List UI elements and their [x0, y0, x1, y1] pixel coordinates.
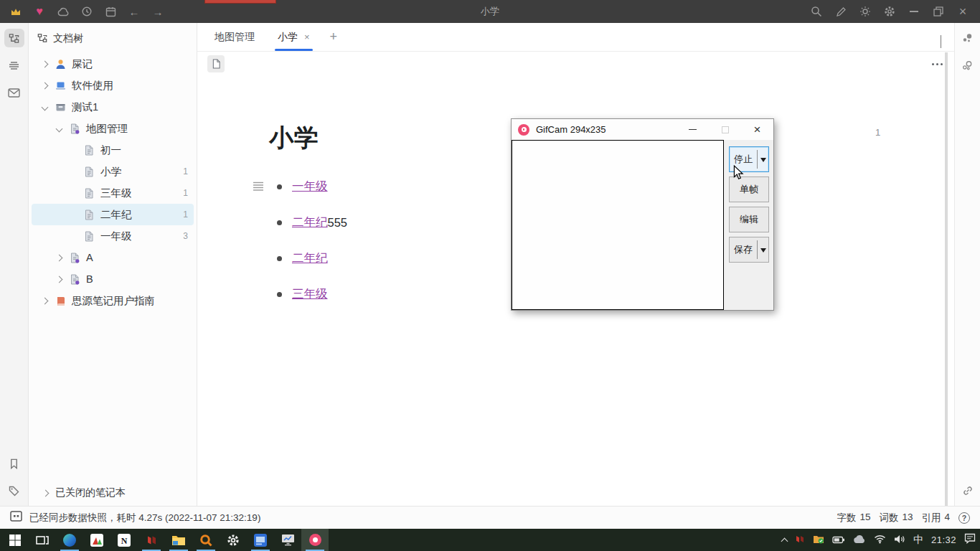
- back-icon[interactable]: ←: [127, 4, 141, 19]
- outline-icon[interactable]: [4, 56, 24, 75]
- tray-battery-icon[interactable]: [832, 534, 845, 547]
- tray-sync-folder-icon[interactable]: [813, 534, 824, 547]
- gifcam-button-panel: 停止 单帧 编辑 保存: [724, 140, 773, 310]
- taskbar-edge-icon[interactable]: [56, 529, 83, 551]
- tree-item-document-selected[interactable]: 二年纪 1: [32, 204, 194, 225]
- sync-status-icon[interactable]: [10, 511, 22, 524]
- taskbar-apps: N: [0, 529, 329, 551]
- tree-item-document[interactable]: 一年级 3: [32, 225, 194, 247]
- tray-volume-icon[interactable]: [894, 534, 905, 547]
- settings-icon[interactable]: [882, 4, 897, 19]
- card-box-emoji-icon: [55, 102, 66, 113]
- left-dock-top: [4, 29, 24, 102]
- tree-item-document[interactable]: B: [32, 268, 194, 290]
- graph-icon[interactable]: [958, 56, 978, 75]
- tab-close-icon[interactable]: ×: [304, 32, 310, 42]
- taskbar-settings-icon[interactable]: [220, 529, 247, 551]
- tray-ime-indicator[interactable]: 中: [913, 534, 923, 547]
- gifcam-capture-area: [512, 140, 724, 310]
- start-button[interactable]: [1, 529, 29, 551]
- ref-count-badge: 1: [183, 166, 188, 176]
- tree-item-document[interactable]: 小学 1: [32, 161, 194, 182]
- dropdown-arrow-icon[interactable]: [760, 248, 766, 253]
- block-ref-link[interactable]: 三年级: [292, 286, 328, 302]
- backlinks-icon[interactable]: [958, 29, 978, 47]
- taskbar-file-explorer-icon[interactable]: [165, 529, 192, 551]
- tab-map-management[interactable]: 地图管理: [203, 23, 266, 51]
- block-ref-link[interactable]: 二年纪: [292, 215, 328, 230]
- bullet-icon[interactable]: [277, 292, 282, 297]
- tab-primary-school[interactable]: 小学 ×: [266, 23, 321, 51]
- screen: ♥ ← → 小学 ×: [0, 0, 980, 551]
- tray-wifi-icon[interactable]: [874, 534, 886, 547]
- tree-item-notebook[interactable]: 软件使用: [32, 75, 194, 96]
- closed-notebooks-toggle[interactable]: 已关闭的笔记本: [29, 480, 197, 506]
- gifcam-titlebar[interactable]: GifCam 294x235 ×: [512, 119, 773, 140]
- maximize-icon[interactable]: [931, 4, 946, 19]
- calendar-icon[interactable]: [103, 4, 118, 19]
- tree-item-document[interactable]: 地图管理: [32, 118, 194, 139]
- list-gutter-icon[interactable]: [253, 182, 264, 194]
- taskbar-gifcam-icon[interactable]: [301, 529, 329, 551]
- tray-onedrive-cloud-icon[interactable]: [853, 534, 866, 547]
- chevron-right-icon: [41, 60, 48, 67]
- tree-item-document[interactable]: 初一: [32, 139, 194, 161]
- tag-icon[interactable]: [4, 481, 24, 500]
- link-icon[interactable]: [958, 481, 978, 500]
- chevron-right-icon: [55, 276, 62, 283]
- file-tree-panel: 文档树 屎记 软件使用 测试1: [29, 23, 197, 506]
- task-view-button[interactable]: [29, 529, 56, 551]
- tray-chevron-up-icon[interactable]: [782, 534, 787, 547]
- breadcrumb-doc-icon[interactable]: [207, 55, 225, 72]
- tab-list-chevron-icon[interactable]: [941, 35, 941, 48]
- tree-item-document[interactable]: A: [32, 247, 194, 268]
- windows-taskbar: N 中 21:32: [0, 529, 980, 551]
- recording-frame-strip: [204, 0, 276, 4]
- gifcam-save-button[interactable]: 保存: [729, 237, 769, 263]
- tree-item-notebook[interactable]: 测试1: [32, 96, 194, 118]
- chevron-down-icon: [41, 103, 48, 110]
- taskbar-everything-search-icon[interactable]: [192, 529, 220, 551]
- more-options-icon[interactable]: [932, 63, 943, 65]
- taskbar-snipping-tool-icon[interactable]: [247, 529, 274, 551]
- edit-icon[interactable]: [834, 4, 848, 19]
- dropdown-arrow-icon[interactable]: [760, 158, 766, 162]
- tray-clock[interactable]: 21:32: [931, 534, 956, 545]
- taskbar-image-viewer-icon[interactable]: [83, 529, 110, 551]
- history-icon[interactable]: [80, 4, 94, 19]
- taskbar-resource-monitor-icon[interactable]: [274, 529, 301, 551]
- file-tree-icon[interactable]: [4, 29, 24, 47]
- mouse-cursor: [733, 165, 744, 183]
- gifcam-close-icon[interactable]: ×: [741, 119, 773, 140]
- gifcam-window-controls: ×: [677, 119, 773, 140]
- taskbar-notion-icon[interactable]: N: [110, 529, 138, 551]
- minimize-icon[interactable]: [907, 4, 921, 19]
- taskbar-marktext-icon[interactable]: [138, 529, 165, 551]
- gifcam-edit-button[interactable]: 编辑: [729, 207, 769, 232]
- block-ref-link[interactable]: 一年级: [292, 179, 328, 194]
- forward-icon[interactable]: →: [151, 4, 165, 19]
- bullet-icon[interactable]: [277, 256, 282, 261]
- gifcam-minimize-icon[interactable]: [677, 119, 709, 140]
- search-icon[interactable]: [809, 4, 824, 19]
- tray-marktext-icon[interactable]: [795, 534, 805, 547]
- heart-icon[interactable]: ♥: [32, 4, 47, 19]
- bookmark-icon[interactable]: [4, 454, 24, 473]
- close-icon[interactable]: ×: [956, 4, 970, 19]
- tree-item-notebook[interactable]: 思源笔记用户指南: [32, 290, 194, 311]
- bullet-icon[interactable]: [277, 184, 282, 189]
- cloud-sync-icon[interactable]: [56, 4, 70, 19]
- bullet-icon[interactable]: [277, 220, 282, 225]
- gifcam-maximize-icon[interactable]: [709, 119, 741, 140]
- word-count: 词数13: [879, 512, 913, 524]
- help-icon[interactable]: ?: [958, 512, 970, 524]
- tab-add-button[interactable]: +: [321, 29, 347, 44]
- inbox-icon[interactable]: [4, 83, 24, 102]
- crown-icon[interactable]: [9, 4, 23, 19]
- left-dock-bottom: [4, 454, 24, 500]
- theme-icon[interactable]: [858, 4, 872, 19]
- block-ref-link[interactable]: 二年纪: [292, 250, 328, 266]
- tray-notifications-icon[interactable]: [964, 533, 976, 547]
- tree-item-document[interactable]: 三年级 1: [32, 182, 194, 204]
- tree-item-notebook[interactable]: 屎记: [32, 53, 194, 75]
